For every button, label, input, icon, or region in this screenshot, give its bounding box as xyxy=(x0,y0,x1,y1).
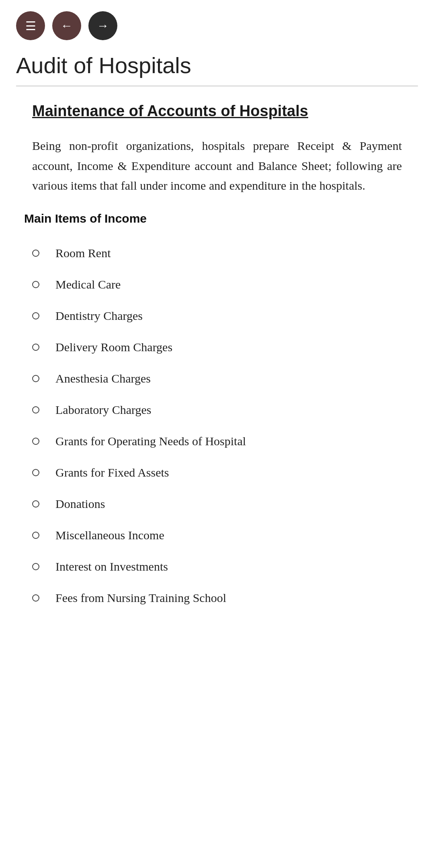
list-item-text: Interest on Investments xyxy=(55,558,168,575)
list-item-text: Room Rent xyxy=(55,245,111,262)
bullet-icon xyxy=(32,469,39,476)
list-item: Dentistry Charges xyxy=(32,300,402,332)
list-item-text: Anesthesia Charges xyxy=(55,370,151,387)
list-item-text: Donations xyxy=(55,495,105,512)
list-item-text: Grants for Operating Needs of Hospital xyxy=(55,433,246,450)
list-item-text: Delivery Room Charges xyxy=(55,339,172,356)
list-item: Grants for Fixed Assets xyxy=(32,457,402,488)
list-item: Anesthesia Charges xyxy=(32,363,402,394)
list-item: Interest on Investments xyxy=(32,551,402,582)
list-item: Donations xyxy=(32,488,402,520)
menu-icon: ☰ xyxy=(25,19,36,33)
bullet-icon xyxy=(32,281,39,288)
bullet-icon xyxy=(32,250,39,257)
list-item: Miscellaneous Income xyxy=(32,520,402,551)
list-item: Grants for Operating Needs of Hospital xyxy=(32,426,402,457)
back-button[interactable]: ← xyxy=(52,11,81,40)
list-item-text: Grants for Fixed Assets xyxy=(55,464,169,481)
bullet-icon xyxy=(32,594,39,602)
top-bar: ☰ ← → xyxy=(0,0,434,48)
list-item-text: Dentistry Charges xyxy=(55,307,143,324)
bullet-icon xyxy=(32,375,39,382)
menu-button[interactable]: ☰ xyxy=(16,11,45,40)
income-list: Room RentMedical CareDentistry ChargesDe… xyxy=(32,237,402,614)
bullet-icon xyxy=(32,438,39,445)
list-item-text: Laboratory Charges xyxy=(55,401,151,418)
bullet-icon xyxy=(32,406,39,414)
list-item: Laboratory Charges xyxy=(32,394,402,426)
list-item-text: Miscellaneous Income xyxy=(55,527,164,544)
page-title: Audit of Hospitals xyxy=(0,48,434,86)
list-item-text: Fees from Nursing Training School xyxy=(55,590,226,606)
back-icon: ← xyxy=(61,19,73,33)
section-heading: Maintenance of Accounts of Hospitals xyxy=(32,102,402,120)
intro-paragraph: Being non-profit organizations, hospital… xyxy=(32,136,402,196)
forward-icon: → xyxy=(97,19,109,33)
list-item: Room Rent xyxy=(32,237,402,269)
list-item: Fees from Nursing Training School xyxy=(32,582,402,614)
forward-button[interactable]: → xyxy=(88,11,117,40)
list-item-text: Medical Care xyxy=(55,276,121,293)
bullet-icon xyxy=(32,312,39,319)
bullet-icon xyxy=(32,563,39,570)
sub-heading: Main Items of Income xyxy=(24,212,402,225)
bullet-icon xyxy=(32,532,39,539)
bullet-icon xyxy=(32,344,39,351)
title-divider xyxy=(16,86,418,86)
list-item: Delivery Room Charges xyxy=(32,332,402,363)
content-area: Maintenance of Accounts of Hospitals Bei… xyxy=(0,102,434,638)
list-item: Medical Care xyxy=(32,269,402,300)
bullet-icon xyxy=(32,500,39,508)
